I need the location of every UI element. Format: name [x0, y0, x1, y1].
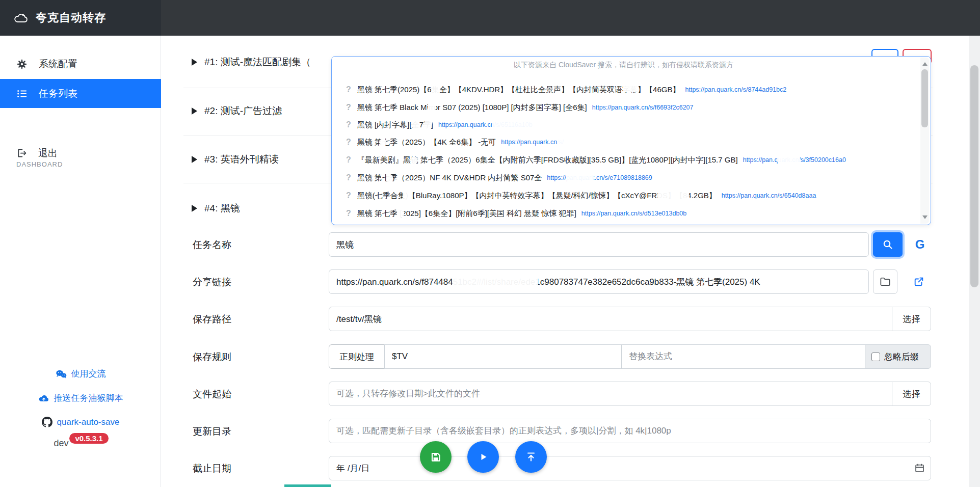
result-title: 黑镜 第七季 Black Mirror S07 (2025) [1080P] [… — [357, 103, 587, 113]
task-title: #1: 测试-魔法匹配剧集（ — [204, 56, 311, 69]
task-row-4[interactable]: #4: 黑镜 — [192, 202, 240, 215]
redaction-smudge — [777, 156, 800, 164]
search-result-row[interactable]: ? 黑镜 第七季（2025）【4K 全6集】 -无可 https://pan.q… — [346, 137, 916, 148]
update-dirs-input[interactable] — [329, 419, 931, 443]
question-icon: ? — [346, 173, 351, 182]
sidebar-item-label: 退出 — [38, 147, 58, 160]
ignore-ext-checkbox[interactable] — [871, 353, 880, 361]
deadline-date-input[interactable] — [329, 456, 931, 480]
file-start-choose-button[interactable]: 选择 — [892, 382, 931, 406]
search-result-row[interactable]: ? 黑镜(七季合集)【BluRay.1080P】【内封中英特效字幕】【悬疑/科幻… — [346, 190, 916, 201]
result-link[interactable]: https://pan.quark.cn/s/e71089818869 — [547, 174, 652, 181]
rule-mode-select[interactable]: 正则处理 — [329, 344, 385, 369]
caret-icon — [192, 156, 197, 163]
caret-icon — [192, 205, 197, 212]
progress-bar-fragment — [284, 484, 331, 487]
search-results-dropdown: 以下资源来自 CloudSaver 搜索，请自行辨识，如有侵权请联系资源方 ? … — [331, 56, 931, 225]
result-link[interactable]: https://pan.quark.cn/s/d513e013db0b — [581, 210, 686, 217]
folder-icon — [880, 277, 891, 287]
cloud-icon — [13, 12, 29, 23]
dropdown-scrollbar-thumb[interactable] — [921, 69, 928, 127]
share-link-input[interactable] — [329, 269, 869, 294]
save-path-choose-button[interactable]: 选择 — [892, 307, 931, 331]
open-link-button[interactable] — [907, 269, 931, 294]
sidebar-item-task-list[interactable]: 任务列表 — [0, 79, 161, 108]
rule-replace-input[interactable] — [621, 344, 865, 369]
rule-pattern-input[interactable] — [384, 344, 622, 369]
sidebar-item-logout[interactable]: 退出 — [0, 139, 161, 168]
task-title: #4: 黑镜 — [204, 202, 240, 215]
arrow-up-to-line-icon — [525, 451, 537, 463]
result-link[interactable]: https://pan.quark.cn/s/6540d8aaa — [722, 192, 816, 199]
search-button[interactable] — [873, 232, 903, 257]
sidebar-item-label: 系统配置 — [39, 58, 77, 71]
question-icon: ? — [346, 209, 351, 218]
search-result-row[interactable]: ? 『最新美剧』黑镜 第七季（2025）6集全【内附前六季[FRDS收藏版][3… — [346, 154, 916, 166]
scroll-up-icon[interactable] — [922, 62, 928, 66]
save-path-input[interactable] — [329, 307, 892, 331]
play-icon — [477, 451, 489, 463]
result-link[interactable]: https://pan.quark.cn/s/ — [501, 139, 564, 146]
question-icon: ? — [346, 85, 351, 94]
file-start-input[interactable] — [329, 382, 892, 406]
calendar-icon[interactable] — [914, 463, 925, 475]
question-icon: ? — [346, 191, 351, 200]
caret-icon — [192, 107, 197, 115]
result-title: 黑镜 第七季（2025）NF 4K DV&HDR 内封简繁 S07全 — [357, 173, 542, 183]
redaction-smudge — [397, 209, 404, 218]
task-name-input[interactable] — [329, 232, 869, 257]
save-icon — [429, 450, 442, 464]
footer-link-chat[interactable]: 使用交流 — [0, 368, 161, 380]
task-row-1[interactable]: #1: 测试-魔法匹配剧集（ — [192, 56, 311, 69]
footer-link-label: quark-auto-save — [57, 417, 120, 427]
field-label-task-name: 任务名称 — [193, 238, 231, 252]
result-title: 黑镜 [内封字幕][全7季] — [357, 120, 433, 130]
task-row-3[interactable]: #3: 英语外刊精读 — [192, 153, 279, 166]
search-result-row[interactable]: ? 黑镜 第七季（2025）NF 4K DV&HDR 内封简繁 S07全 htt… — [346, 172, 916, 183]
result-link[interactable]: https://pan.quark.cn/s/8744ad91bc2 — [685, 86, 786, 93]
redaction-smudge — [566, 174, 594, 182]
save-task-button[interactable] — [420, 441, 452, 473]
task-row-2[interactable]: #2: 测试-广告过滤 — [192, 104, 282, 118]
google-search-button[interactable]: G — [907, 232, 933, 257]
dropdown-notice: 以下资源来自 CloudSaver 搜索，请自行辨识，如有侵权请联系资源方 — [332, 61, 915, 70]
result-title: 黑镜 第七季 [2025]【6集全】[附前6季][美国 科幻 悬疑 惊悚 犯罪] — [357, 209, 576, 219]
footer-link-userscript[interactable]: 推送任务油猴脚本 — [0, 392, 161, 404]
ignore-ext-label: 忽略后缀 — [884, 351, 919, 363]
question-icon: ? — [346, 138, 351, 147]
redaction-smudge — [403, 192, 410, 200]
redaction-smudge — [411, 156, 417, 164]
dev-label: dev — [54, 438, 68, 449]
question-icon: ? — [346, 103, 351, 112]
app-title: 夸克自动转存 — [36, 10, 106, 25]
task-title: #3: 英语外刊精读 — [204, 153, 279, 166]
field-label-save-rule: 保存规则 — [193, 350, 231, 364]
question-icon: ? — [346, 120, 351, 129]
page-scrollbar-thumb[interactable] — [970, 65, 978, 287]
footer-link-github[interactable]: quark-auto-save — [0, 417, 161, 427]
redaction-smudge — [557, 138, 611, 147]
version-badge: v0.5.3.1 — [69, 433, 108, 444]
search-result-row[interactable]: ? 黑镜 第七季 [2025]【6集全】[附前6季][美国 科幻 悬疑 惊悚 犯… — [346, 208, 916, 219]
back-to-top-button[interactable] — [515, 441, 547, 473]
sidebar-item-system-config[interactable]: 系统配置 — [0, 49, 161, 78]
search-icon — [882, 238, 894, 251]
cloud-upload-icon — [38, 394, 49, 402]
redaction-smudge — [657, 192, 689, 200]
google-g-icon: G — [915, 237, 925, 252]
dropdown-scrollbar[interactable] — [920, 58, 929, 224]
result-title: 黑镜 第七季（2025）【4K 全6集】 -无可 — [357, 138, 496, 147]
question-icon: ? — [346, 155, 351, 165]
page-scrollbar[interactable] — [969, 36, 980, 487]
top-bar: 夸克自动转存 — [0, 0, 980, 36]
redaction-smudge — [716, 209, 737, 218]
redaction-smudge — [386, 174, 393, 182]
scroll-down-icon[interactable] — [922, 215, 928, 219]
browse-folder-button[interactable] — [873, 269, 897, 294]
version-line: dev v0.5.3.1 — [0, 438, 161, 449]
result-link[interactable]: https://pan.quark.cn/s/f6693f2c6207 — [592, 104, 694, 111]
sidebar-item-label: 任务列表 — [39, 87, 77, 100]
footer-link-label: 推送任务油猴脚本 — [54, 392, 123, 404]
list-icon — [16, 88, 28, 99]
run-task-button[interactable] — [467, 441, 499, 473]
